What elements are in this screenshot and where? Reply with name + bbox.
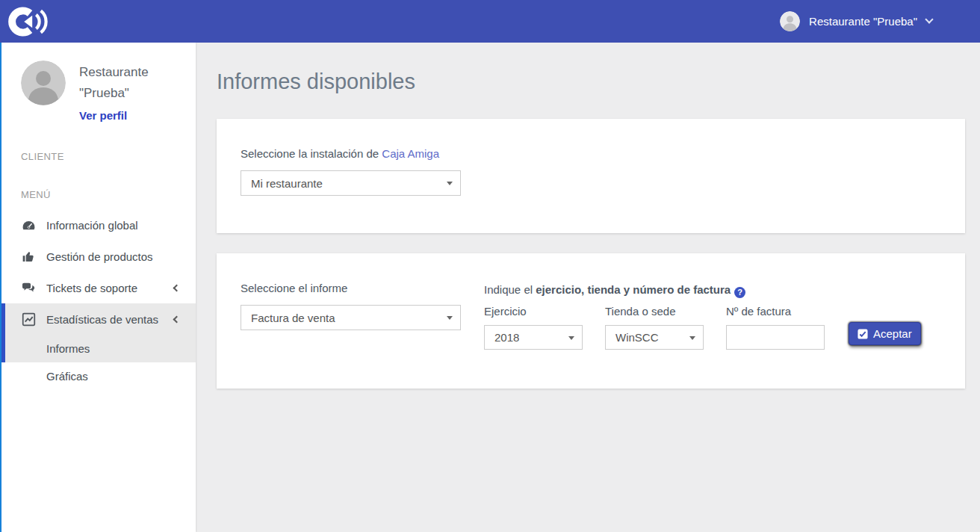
invoice-intro-bold: ejercicio, tienda y número de factura — [536, 283, 731, 296]
section-label-cliente: CLIENTE — [1, 151, 196, 162]
section-label-menu: MENÚ — [1, 189, 196, 200]
sidebar-item-estadisticas-ventas[interactable]: Estadísticas de ventas — [5, 303, 196, 335]
page-title: Informes disponibles — [217, 69, 965, 94]
caret-down-icon — [689, 336, 695, 340]
sidebar-item-informacion-global[interactable]: Información global — [1, 209, 196, 241]
chart-line-icon — [21, 312, 36, 327]
ejercicio-label: Ejercicio — [484, 305, 583, 318]
invoice-form-column: Indique el ejercicio, tienda y número de… — [484, 282, 941, 350]
factura-field: Nº de factura — [726, 305, 825, 350]
speaker-logo-icon — [7, 3, 49, 40]
tienda-label: Tienda o sede — [605, 305, 704, 318]
sidebar-subitem-label: Gráficas — [46, 370, 88, 383]
installation-select-value: Mi restaurante — [251, 177, 323, 190]
sidebar-item-label: Información global — [46, 219, 138, 232]
tienda-field: Tienda o sede WinSCC — [605, 305, 704, 350]
caja-amiga-logo — [7, 3, 49, 40]
installation-select[interactable]: Mi restaurante — [241, 170, 461, 196]
accept-button-label: Aceptar — [873, 327, 912, 340]
report-select-value: Factura de venta — [251, 312, 335, 324]
comments-icon — [21, 282, 36, 294]
factura-label: Nº de factura — [726, 305, 825, 318]
chevron-left-icon — [173, 315, 181, 323]
installation-label-text: Seleccione la instalación de — [241, 147, 382, 160]
ejercicio-select[interactable]: 2018 — [484, 325, 583, 350]
sidebar-item-label: Estadísticas de ventas — [46, 313, 158, 326]
chevron-down-icon — [925, 15, 933, 23]
caret-down-icon — [447, 182, 453, 185]
sidebar-subitem-informes[interactable]: Informes — [5, 335, 196, 362]
sidebar-item-label: Tickets de soporte — [46, 282, 137, 294]
question-circle-icon[interactable] — [734, 287, 745, 298]
person-icon — [21, 61, 66, 105]
user-avatar — [780, 11, 800, 31]
invoice-fields-row: Ejercicio 2018 Tienda o sede WinSCC Nº d… — [484, 305, 941, 350]
profile-info: Restaurante "Prueba" Ver perfil — [79, 61, 149, 123]
report-label: Seleccione el informe — [241, 282, 484, 294]
sidebar-item-gestion-productos[interactable]: Gestión de productos — [1, 241, 196, 272]
main-content: Informes disponibles Seleccione la insta… — [196, 43, 980, 532]
tienda-select-value: WinSCC — [615, 331, 659, 344]
sidebar-item-label: Gestión de productos — [46, 250, 153, 263]
chevron-left-icon — [173, 284, 181, 291]
caja-amiga-link[interactable]: Caja Amiga — [382, 147, 439, 160]
report-select[interactable]: Factura de venta — [241, 305, 461, 330]
profile-avatar — [21, 61, 66, 105]
active-menu-group: Estadísticas de ventas Informes — [1, 303, 196, 362]
accept-button[interactable]: Aceptar — [849, 322, 921, 345]
installation-label: Seleccione la instalación de Caja Amiga — [241, 147, 941, 160]
profile-card: Restaurante "Prueba" Ver perfil — [1, 43, 196, 129]
tachometer-icon — [21, 218, 36, 232]
caret-down-icon — [568, 336, 574, 340]
tienda-select[interactable]: WinSCC — [605, 325, 704, 350]
invoice-intro: Indique el ejercicio, tienda y número de… — [484, 283, 941, 298]
sidebar-subitem-label: Informes — [46, 342, 90, 355]
sidebar: Restaurante "Prueba" Ver perfil CLIENTE … — [0, 43, 196, 532]
invoice-number-input[interactable] — [726, 325, 825, 350]
sidebar-item-tickets-soporte[interactable]: Tickets de soporte — [1, 272, 196, 303]
user-menu[interactable]: Restaurante "Prueba" — [780, 11, 932, 31]
profile-name-line2: "Prueba" — [79, 83, 149, 104]
profile-name-line1: Restaurante — [79, 62, 149, 83]
installation-card: Seleccione la instalación de Caja Amiga … — [217, 119, 965, 233]
report-select-column: Seleccione el informe Factura de venta — [241, 282, 484, 350]
view-profile-link[interactable]: Ver perfil — [79, 109, 127, 122]
report-card: Seleccione el informe Factura de venta I… — [217, 253, 965, 389]
caret-down-icon — [447, 316, 453, 320]
sidebar-subitem-graficas[interactable]: Gráficas — [1, 362, 196, 390]
user-name: Restaurante "Prueba" — [809, 15, 917, 28]
ejercicio-select-value: 2018 — [494, 331, 519, 344]
ejercicio-field: Ejercicio 2018 — [484, 305, 583, 350]
person-icon — [780, 11, 800, 31]
sidebar-menu: Información global Gestión de productos … — [1, 209, 196, 390]
topbar: Restaurante "Prueba" — [0, 0, 980, 43]
thumbs-up-icon — [21, 250, 36, 263]
check-square-icon — [858, 329, 868, 339]
invoice-intro-normal: Indique el — [484, 283, 536, 296]
